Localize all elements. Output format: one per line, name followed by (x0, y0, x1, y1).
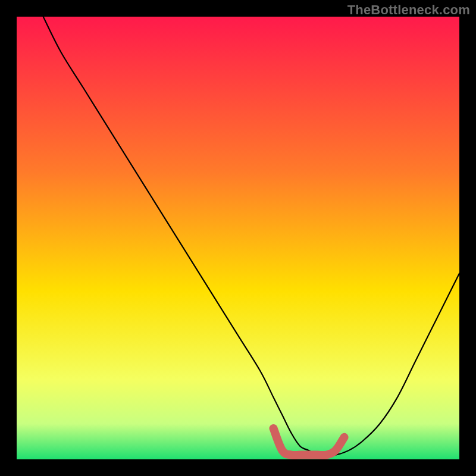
chart-frame: TheBottleneck.com (0, 0, 476, 476)
chart-plot-area (17, 17, 459, 459)
gradient-background (17, 17, 459, 459)
chart-svg (17, 17, 459, 459)
watermark-text: TheBottleneck.com (347, 2, 470, 18)
